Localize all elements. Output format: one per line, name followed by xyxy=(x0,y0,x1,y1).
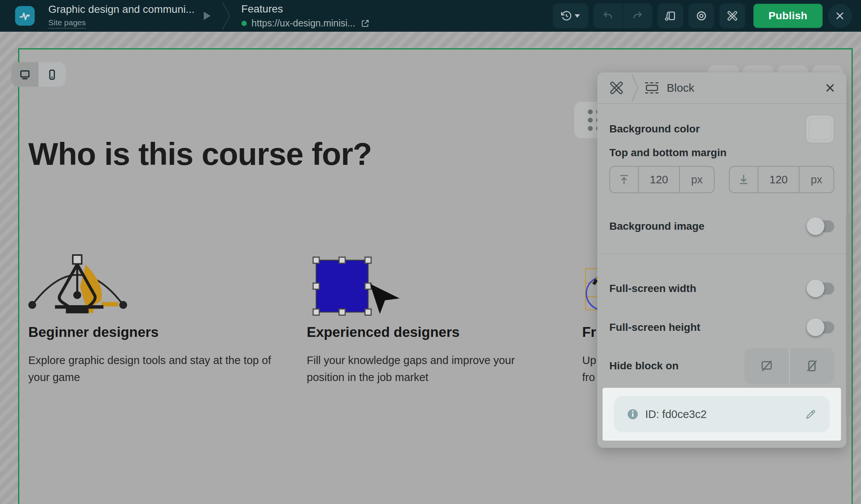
workspace: Who is this course for? xyxy=(0,32,861,504)
fullscreen-width-row: Full-screen width xyxy=(609,274,834,304)
edit-pencil-icon[interactable] xyxy=(805,408,817,420)
panel-header: Block xyxy=(597,72,846,103)
brush-page-icon xyxy=(664,10,676,22)
undo-button[interactable] xyxy=(593,3,623,28)
margin-bottom-input-group: 120 px xyxy=(729,166,834,193)
block-id-value: ID: fd0ce3c2 xyxy=(645,408,707,421)
column-title[interactable]: Experienced designers xyxy=(307,324,552,340)
background-image-toggle[interactable] xyxy=(808,220,834,232)
margin-top-unit: px xyxy=(680,167,714,192)
redo-button[interactable] xyxy=(623,3,652,28)
panel-breadcrumb-chevron-icon xyxy=(630,74,640,102)
column-title[interactable]: Beginner designers xyxy=(28,324,274,340)
page-url[interactable]: https://ux-design.minisi... xyxy=(252,18,355,29)
history-icon xyxy=(561,10,572,22)
mobile-view-button[interactable] xyxy=(38,62,66,87)
page-name[interactable]: Features xyxy=(241,3,370,15)
margin-top-input-group: 120 px xyxy=(609,166,715,193)
publish-button[interactable]: Publish xyxy=(753,4,823,28)
monitor-slash-icon xyxy=(760,359,773,373)
background-color-row: Background color xyxy=(609,109,834,149)
undo-redo-group xyxy=(593,3,652,28)
fullscreen-width-label: Full-screen width xyxy=(609,283,696,295)
editor-topbar: Graphic design and communi... Site pages… xyxy=(0,0,861,32)
pulse-icon xyxy=(18,9,31,22)
margin-inputs-row: 120 px 120 px xyxy=(609,166,834,193)
fullscreen-height-toggle[interactable] xyxy=(808,321,834,333)
hide-on-mobile-button[interactable] xyxy=(790,348,834,384)
published-status-dot xyxy=(241,21,247,26)
margin-bottom-unit: px xyxy=(800,167,833,192)
hide-on-desktop-button[interactable] xyxy=(744,348,789,384)
close-icon xyxy=(835,11,845,21)
info-icon xyxy=(627,408,639,420)
fullscreen-height-row: Full-screen height xyxy=(609,312,834,343)
design-tools-button[interactable] xyxy=(720,3,745,28)
chevron-down-icon xyxy=(575,14,580,18)
smartphone-icon xyxy=(46,69,58,81)
column-text[interactable]: Fill your knowledge gaps and improve you… xyxy=(307,352,552,386)
preview-button[interactable] xyxy=(689,3,714,28)
site-pages-link[interactable]: Site pages xyxy=(48,18,86,29)
eye-target-icon xyxy=(695,10,707,22)
background-image-row: Background image xyxy=(609,211,834,241)
design-tools-breadcrumb-icon[interactable] xyxy=(609,80,624,96)
block-icon xyxy=(643,82,661,94)
section-heading[interactable]: Who is this course for? xyxy=(28,136,372,172)
selected-rectangle-illustration xyxy=(307,254,401,324)
fullscreen-height-label: Full-screen height xyxy=(609,321,700,333)
device-preview-toggle xyxy=(11,62,66,87)
background-color-label: Background color xyxy=(609,123,700,135)
golden-ratio-illustration xyxy=(582,267,598,312)
hide-block-label: Hide block on xyxy=(609,360,679,372)
divider xyxy=(597,103,846,104)
feature-column-experienced[interactable]: Experienced designers Fill your knowledg… xyxy=(307,254,552,386)
background-image-label: Background image xyxy=(609,220,704,232)
breadcrumb-site[interactable]: Graphic design and communi... Site pages xyxy=(48,3,195,29)
panel-close-button[interactable] xyxy=(825,83,835,93)
play-triangle-icon xyxy=(204,12,211,20)
hide-block-control xyxy=(744,348,834,384)
margin-label: Top and bottom margin xyxy=(609,147,727,159)
pen-tool-illustration xyxy=(28,254,127,314)
hide-block-row: Hide block on xyxy=(609,346,834,386)
breadcrumb-chevron-icon xyxy=(220,0,232,32)
redo-icon xyxy=(632,10,643,22)
margin-bottom-value-input[interactable]: 120 xyxy=(758,167,800,192)
block-settings-panel: Block Background color Top and bottom ma… xyxy=(597,72,846,448)
site-title: Graphic design and communi... xyxy=(48,3,195,15)
divider xyxy=(597,254,846,254)
monitor-icon xyxy=(19,69,31,81)
background-color-swatch[interactable] xyxy=(806,115,834,143)
margin-label-row: Top and bottom margin xyxy=(609,146,834,159)
close-editor-button[interactable] xyxy=(828,4,852,28)
margin-top-value-input[interactable]: 120 xyxy=(638,167,680,192)
column-text[interactable]: Explore graphic design tools and stay at… xyxy=(28,352,274,386)
page-scrollbar[interactable] xyxy=(846,214,851,417)
feature-column-beginner[interactable]: Beginner designers Explore graphic desig… xyxy=(28,254,274,386)
fullscreen-width-toggle[interactable] xyxy=(808,283,834,295)
phone-slash-icon xyxy=(805,359,819,373)
copy-style-button[interactable] xyxy=(658,3,683,28)
history-button[interactable] xyxy=(553,3,588,28)
undo-icon xyxy=(602,10,613,22)
topbar-actions: Publish xyxy=(553,3,852,28)
id-spotlight-section: ID: fd0ce3c2 xyxy=(603,388,841,441)
margin-top-icon xyxy=(610,167,638,192)
app-logo[interactable] xyxy=(15,6,35,26)
pencil-ruler-icon xyxy=(726,10,738,22)
desktop-view-button[interactable] xyxy=(11,62,38,87)
breadcrumb-page: Features https://ux-design.minisi... xyxy=(241,3,370,29)
block-id-row[interactable]: ID: fd0ce3c2 xyxy=(614,396,830,432)
panel-title: Block xyxy=(667,81,694,94)
margin-bottom-icon xyxy=(730,167,758,192)
external-link-icon[interactable] xyxy=(361,19,370,28)
